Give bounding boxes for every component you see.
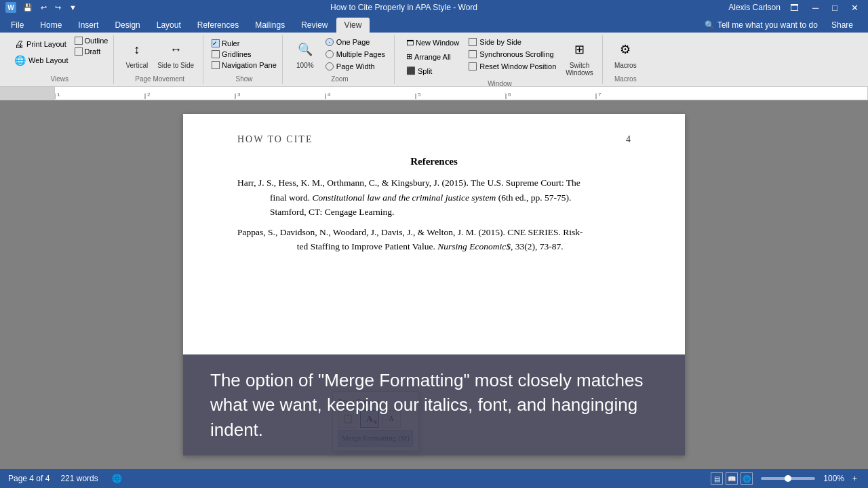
ruler-checkbox[interactable]: ✓: [212, 39, 220, 47]
ribbon-body: 🖨 Print Layout 🌐 Web Layout Outline Draf…: [0, 33, 868, 87]
new-window-button[interactable]: 🗖 New Window: [403, 37, 462, 49]
switch-windows-button[interactable]: ⊞ SwitchWindows: [562, 37, 597, 79]
word-count: 221 words: [60, 474, 98, 483]
gridlines-checkbox[interactable]: [212, 50, 220, 58]
macros-button[interactable]: ⚙ Macros: [611, 37, 640, 71]
reset-window-checkbox: [469, 62, 477, 70]
tab-file[interactable]: File: [3, 18, 32, 33]
arrange-all-button[interactable]: ⊞ Arrange All: [403, 50, 462, 63]
save-button[interactable]: 💾: [20, 2, 35, 14]
svg-text:5: 5: [418, 92, 421, 98]
tab-layout[interactable]: Layout: [149, 18, 189, 33]
title-bar: W 💾 ↩ ↪ ▼ How to Cite Properly in APA St…: [0, 0, 868, 15]
ruler-marks-svg: 1 2 3 4 5 6 7: [55, 87, 867, 100]
minimize-button[interactable]: ─: [808, 1, 823, 14]
show-checkboxes: ✓ Ruler Gridlines Navigation Pane: [212, 39, 277, 69]
references-heading: References: [237, 156, 631, 167]
window-items: 🗖 New Window ⊞ Arrange All ⬛ Split Side …: [403, 37, 597, 79]
ref1-address: Stamford, CT: Cengage Learning.: [237, 205, 631, 220]
views-buttons: 🖨 Print Layout 🌐 Web Layout: [11, 37, 72, 68]
sync-scroll-button[interactable]: Synchronous Scrolling: [465, 49, 559, 60]
maximize-button[interactable]: □: [828, 1, 842, 14]
side-by-side-button[interactable]: Side by Side: [465, 37, 559, 47]
tab-home[interactable]: Home: [32, 18, 70, 33]
zoom-in-button[interactable]: +: [850, 472, 860, 485]
tab-mailings[interactable]: Mailings: [247, 18, 293, 33]
one-page-button[interactable]: · One Page: [322, 37, 389, 47]
ruler[interactable]: 1 2 3 4 5 6 7: [0, 87, 868, 100]
overlay-tooltip: The option of "Merge Formatting" most cl…: [183, 354, 685, 455]
web-layout-button[interactable]: 🌐 Web Layout: [11, 53, 72, 68]
ribbon-tabs: File Home Insert Design Layout Reference…: [0, 15, 868, 33]
views-items: 🖨 Print Layout 🌐 Web Layout Outline Draf…: [11, 37, 108, 74]
zoom-slider[interactable]: [761, 477, 815, 480]
show-group-label: Show: [235, 74, 252, 83]
side-to-side-button[interactable]: ↔ Side to Side: [154, 37, 197, 71]
navigation-pane-checkbox[interactable]: [212, 61, 220, 69]
zoom-slider-thumb: [785, 475, 791, 482]
print-layout-view-icon[interactable]: ▤: [711, 472, 723, 485]
user-name: Alexis Carlson: [728, 3, 781, 12]
language-button[interactable]: 🌐: [109, 472, 125, 485]
outline-checkbox-label[interactable]: Outline: [75, 37, 108, 45]
document-area: 4 HOW TO CITE References Harr, J. S., He…: [0, 100, 868, 469]
tab-review[interactable]: Review: [293, 18, 336, 33]
read-mode-view-icon[interactable]: 📖: [726, 472, 738, 485]
draft-checkbox[interactable]: [75, 47, 83, 56]
zoom-items: 🔍 100% · One Page Multiple Pages Page Wi…: [291, 37, 389, 74]
page-movement-items: ↕ Vertical ↔ Side to Side: [122, 37, 197, 74]
zoom-icon: 🔍: [294, 39, 316, 60]
side-by-side-checkbox: [469, 38, 477, 46]
share-button[interactable]: Share: [825, 18, 860, 33]
document-page[interactable]: 4 HOW TO CITE References Harr, J. S., He…: [183, 114, 685, 455]
redo-button[interactable]: ↪: [52, 2, 64, 14]
page-number: 4: [626, 134, 631, 145]
ruler-checkbox-label[interactable]: ✓ Ruler: [212, 39, 277, 47]
page-width-button[interactable]: Page Width: [322, 61, 389, 72]
status-right: ▤ 📖 🌐 100% +: [711, 472, 860, 485]
page-width-radio: [326, 62, 334, 70]
zoom-button-container: 🔍 100%: [291, 37, 319, 71]
multiple-pages-radio: [326, 50, 334, 58]
print-icon: 🖨: [14, 39, 24, 49]
gridlines-checkbox-label[interactable]: Gridlines: [212, 50, 277, 58]
ruler-inner: 1 2 3 4 5 6 7: [54, 87, 868, 100]
title-bar-left: W 💾 ↩ ↪ ▼: [5, 2, 79, 14]
reset-window-button[interactable]: Reset Window Position: [465, 61, 559, 72]
macros-icon: ⚙: [614, 39, 636, 60]
ref2-main: Pappas, S., Davidson, N., Woodard, J., D…: [237, 227, 583, 237]
print-layout-button[interactable]: 🖨 Print Layout: [11, 37, 72, 52]
reference-entry-1: Harr, J. S., Hess, K. M., Orthmann, C., …: [237, 176, 631, 220]
multiple-pages-button[interactable]: Multiple Pages: [322, 49, 389, 60]
tell-me-field[interactable]: 🔍 Tell me what you want to do: [698, 18, 825, 33]
vertical-icon: ↕: [126, 39, 148, 60]
overlay-text: The option of "Merge Formatting" most cl…: [210, 370, 643, 440]
vertical-button[interactable]: ↕ Vertical: [122, 37, 151, 71]
web-layout-view-icon[interactable]: 🌐: [741, 472, 753, 485]
ruler-gray-left: [0, 87, 54, 100]
view-mode-icons: ▤ 📖 🌐: [711, 472, 753, 485]
svg-text:6: 6: [508, 92, 511, 98]
close-button[interactable]: ✕: [847, 1, 863, 14]
reference-entry-2: Pappas, S., Davidson, N., Woodard, J., D…: [237, 225, 631, 254]
sync-scroll-checkbox: [469, 50, 477, 58]
split-button[interactable]: ⬛ Split: [403, 64, 462, 77]
ref1-italic: Constitutional law and the criminal just…: [313, 192, 496, 203]
tab-view[interactable]: View: [336, 18, 370, 33]
navigation-pane-checkbox-label[interactable]: Navigation Pane: [212, 61, 277, 69]
window-checkboxes: Side by Side Synchronous Scrolling Reset…: [465, 37, 559, 72]
undo-button[interactable]: ↩: [38, 2, 50, 14]
zoom-button[interactable]: 🔍 100%: [291, 37, 319, 71]
outline-checkbox[interactable]: [75, 37, 83, 45]
ribbon-toggle-button[interactable]: 🗖: [786, 1, 803, 14]
customize-button[interactable]: ▼: [66, 2, 79, 13]
page-info: Page 4 of 4: [8, 474, 50, 483]
tab-insert[interactable]: Insert: [70, 18, 106, 33]
tab-references[interactable]: References: [189, 18, 247, 33]
arrange-icon: ⊞: [406, 52, 412, 61]
macros-group-label: Macros: [614, 74, 637, 83]
svg-text:3: 3: [237, 92, 241, 98]
draft-checkbox-label[interactable]: Draft: [75, 47, 108, 56]
tab-design[interactable]: Design: [106, 18, 148, 33]
one-page-radio: ·: [326, 38, 334, 46]
